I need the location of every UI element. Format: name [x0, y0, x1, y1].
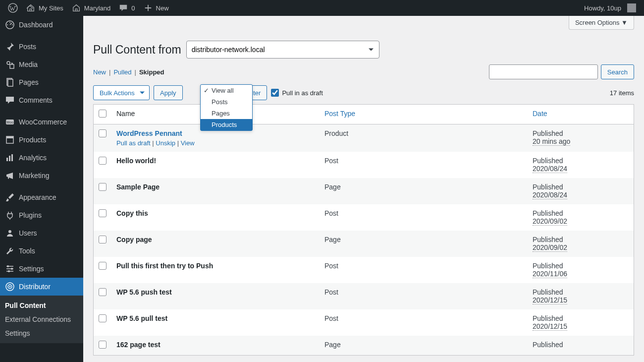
row-date: Published2020/09/02 — [528, 204, 634, 231]
users-icon — [5, 228, 15, 238]
col-post-type[interactable]: Post Type — [320, 105, 528, 124]
row-checkbox[interactable] — [99, 209, 107, 217]
row-checkbox[interactable] — [99, 341, 107, 349]
menu-posts[interactable]: Posts — [0, 38, 83, 56]
menu-comments[interactable]: Comments — [0, 91, 83, 109]
action-view[interactable]: View — [181, 139, 195, 147]
action-pull-as-draft[interactable]: Pull as draft — [116, 139, 151, 147]
wp-logo[interactable] — [4, 0, 22, 16]
row-title[interactable]: Hello world! — [116, 157, 156, 165]
menu-label: Distributor — [19, 283, 51, 291]
submenu-external[interactable]: External Connections — [0, 312, 83, 326]
row-title[interactable]: WP 5.6 push test — [116, 288, 172, 296]
type-option-posts[interactable]: Posts — [201, 96, 252, 108]
post-type-dropdown[interactable]: View all Posts Pages Products — [200, 84, 253, 131]
type-option-pages[interactable]: Pages — [201, 108, 252, 119]
row-title[interactable]: Copy page — [116, 236, 152, 243]
menu-plugins[interactable]: Plugins — [0, 206, 83, 224]
menu-marketing[interactable]: Marketing — [0, 167, 83, 184]
row-post-type: Post — [320, 257, 528, 283]
pages-icon — [5, 77, 15, 87]
row-date: Published2020/08/24 — [528, 152, 634, 178]
row-checkbox[interactable] — [99, 157, 107, 165]
pull-as-draft-checkbox[interactable] — [271, 89, 279, 97]
submenu-settings[interactable]: Settings — [0, 326, 83, 340]
new-content[interactable]: New — [139, 0, 173, 16]
row-checkbox[interactable] — [99, 183, 107, 191]
row-post-type: Post — [320, 283, 528, 309]
menu-appearance[interactable]: Appearance — [0, 188, 83, 206]
tab-skipped[interactable]: Skipped — [139, 68, 164, 76]
row-date: Published — [528, 336, 634, 356]
menu-label: Analytics — [19, 154, 47, 162]
menu-settings[interactable]: Settings — [0, 260, 83, 278]
howdy-account[interactable]: Howdy, 10up — [580, 0, 640, 16]
pull-as-draft-label: Pull in as draft — [282, 89, 322, 97]
items-count: 17 items — [610, 89, 634, 97]
admin-sidebar: Dashboard Posts Media Pages Comments Woo… — [0, 16, 83, 362]
menu-users[interactable]: Users — [0, 224, 83, 242]
table-row: Hello world!PostPublished2020/08/24 — [94, 152, 634, 178]
row-title[interactable]: WP 5.6 pull test — [116, 314, 167, 322]
menu-pages[interactable]: Pages — [0, 73, 83, 91]
svg-rect-12 — [11, 154, 13, 161]
row-checkbox[interactable] — [99, 314, 107, 322]
menu-analytics[interactable]: Analytics — [0, 149, 83, 167]
brush-icon — [5, 192, 15, 202]
row-checkbox[interactable] — [99, 288, 107, 296]
row-checkbox[interactable] — [99, 236, 107, 243]
type-option-products[interactable]: Products — [201, 119, 252, 130]
screen-options-toggle[interactable]: Screen Options ▼ — [569, 16, 634, 30]
row-title[interactable]: 162 page test — [116, 341, 161, 349]
type-option-all[interactable]: View all — [201, 85, 252, 96]
svg-point-2 — [7, 61, 10, 64]
svg-rect-9 — [6, 136, 13, 138]
svg-point-14 — [7, 265, 9, 267]
col-date[interactable]: Date — [528, 105, 634, 124]
row-post-type: Page — [320, 231, 528, 257]
menu-products[interactable]: Products — [0, 131, 83, 149]
row-date: Published2020/08/24 — [528, 178, 634, 204]
row-title[interactable]: WordPress Pennant — [116, 129, 182, 137]
source-select[interactable]: distributor-network.local — [186, 41, 379, 59]
menu-label: Tools — [19, 247, 35, 255]
row-title[interactable]: Pull this first then try to Push — [116, 262, 213, 270]
svg-point-19 — [9, 286, 11, 288]
table-row: WP 5.6 push testPostPublished2020/12/15 — [94, 283, 634, 309]
comments-count[interactable]: 0 — [114, 0, 139, 16]
tab-new[interactable]: New — [93, 68, 106, 76]
submenu-pull-content[interactable]: Pull Content — [0, 299, 83, 312]
select-all-checkbox[interactable] — [99, 110, 107, 118]
table-row: Copy pagePagePublished2020/09/02 — [94, 231, 634, 257]
row-title[interactable]: Copy this — [116, 209, 148, 217]
row-title[interactable]: Sample Page — [116, 183, 160, 191]
site-name-label: Maryland — [84, 4, 110, 12]
row-checkbox[interactable] — [99, 129, 107, 137]
bulk-actions-select[interactable]: Bulk Actions — [93, 85, 150, 100]
apply-button[interactable]: Apply — [154, 85, 183, 100]
row-post-type: Page — [320, 178, 528, 204]
sliders-icon — [5, 264, 15, 274]
row-checkbox[interactable] — [99, 262, 107, 270]
search-button[interactable]: Search — [601, 64, 634, 79]
menu-tools[interactable]: Tools — [0, 242, 83, 260]
menu-media[interactable]: Media — [0, 56, 83, 73]
menu-distributor[interactable]: Distributor — [0, 278, 83, 296]
howdy-text: Howdy, 10up — [584, 4, 621, 12]
megaphone-icon — [5, 171, 15, 181]
menu-woocommerce[interactable]: Woo WooCommerce — [0, 113, 83, 131]
tab-pulled[interactable]: Pulled — [113, 68, 131, 76]
media-icon — [5, 60, 15, 69]
network-icon — [26, 3, 36, 13]
my-sites[interactable]: My Sites — [22, 0, 67, 16]
pull-as-draft-toggle[interactable]: Pull in as draft — [271, 89, 322, 97]
site-name[interactable]: Maryland — [67, 0, 114, 16]
row-date: Published20 mins ago — [528, 124, 634, 152]
plus-icon — [143, 3, 153, 13]
menu-label: Marketing — [19, 172, 49, 180]
action-unskip[interactable]: Unskip — [156, 139, 175, 147]
search-input[interactable] — [489, 64, 598, 79]
distributor-icon — [5, 282, 15, 292]
menu-dashboard[interactable]: Dashboard — [0, 16, 83, 34]
adminbar: My Sites Maryland 0 New Howdy, 10up — [0, 0, 644, 16]
